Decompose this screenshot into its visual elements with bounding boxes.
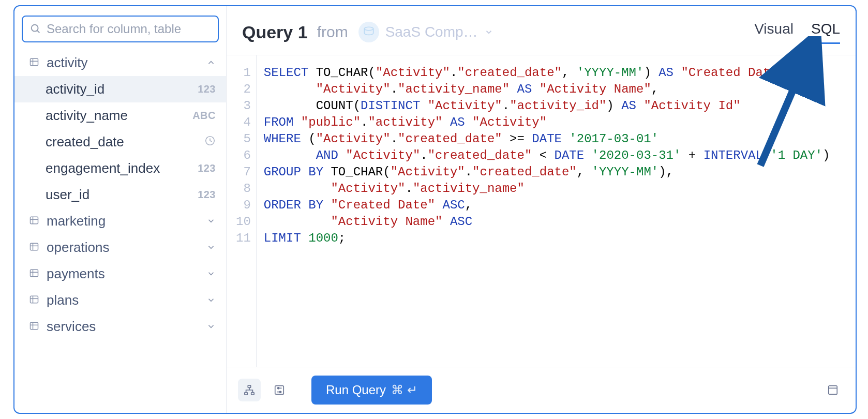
svg-rect-30 [829,386,837,395]
chevron-up-icon [206,55,216,71]
table-icon [29,292,39,308]
column-row-engagement_index[interactable]: engagement_index123 [14,155,226,182]
table-name: services [47,319,206,335]
table-row-operations[interactable]: operations [14,234,226,261]
svg-rect-22 [248,385,251,388]
table-name: plans [47,292,206,308]
sliders-icon [274,384,285,396]
tab-visual[interactable]: Visual [754,21,794,44]
run-query-button[interactable]: Run Query ⌘ ↵ [311,376,432,405]
table-icon [29,266,39,282]
chevron-down-icon [206,213,216,229]
main-panel: Query 1 from SaaS Comp… Visual SQL 12345… [227,6,856,413]
query-title[interactable]: Query 1 [242,22,308,42]
schema-tree: activityactivity_id123activity_nameABCcr… [14,50,226,413]
type-badge: ABC [192,110,216,122]
type-badge: 123 [198,189,216,201]
table-row-marketing[interactable]: marketing [14,208,226,234]
chevron-down-icon [206,240,216,256]
chevron-down-icon [484,27,493,37]
line-gutter: 1234567891011 [227,55,257,367]
sql-editor[interactable]: 1234567891011 SELECT TO_CHAR("Activity".… [227,55,856,367]
datasource-selector[interactable]: SaaS Comp… [357,19,495,46]
table-name: operations [47,240,206,256]
chevron-down-icon [206,292,216,308]
table-name: activity [47,55,206,71]
svg-rect-6 [31,217,38,223]
table-icon [29,213,39,229]
chevron-down-icon [206,266,216,282]
table-icon [29,55,39,71]
search-box[interactable] [22,16,219,42]
table-row-activity[interactable]: activity [14,50,226,76]
query-header: Query 1 from SaaS Comp… Visual SQL [227,6,856,55]
table-row-payments[interactable]: payments [14,261,226,287]
svg-rect-12 [31,270,38,276]
panel-icon [827,384,839,396]
from-label: from [317,23,348,41]
clock-icon [204,134,216,150]
svg-rect-15 [31,296,38,303]
column-row-activity_name[interactable]: activity_nameABC [14,102,226,129]
svg-rect-18 [31,322,38,329]
table-name: marketing [47,213,206,229]
tab-sql[interactable]: SQL [811,21,840,44]
run-query-label: Run Query [326,383,386,397]
app-frame: activityactivity_id123activity_nameABCcr… [13,5,857,414]
column-row-activity_id[interactable]: activity_id123 [14,76,226,102]
layout-toggle-button[interactable] [821,379,844,401]
svg-rect-23 [245,393,248,395]
column-row-user_id[interactable]: user_id123 [14,182,226,208]
svg-point-28 [278,387,279,389]
svg-point-29 [279,391,281,393]
svg-rect-9 [31,243,38,250]
column-name: created_date [46,134,204,150]
schema-sidebar: activityactivity_id123activity_nameABCcr… [14,6,227,413]
column-name: activity_name [46,108,192,124]
settings-toggle-button[interactable] [268,379,291,401]
svg-rect-24 [251,393,255,395]
svg-rect-2 [31,58,38,65]
search-icon [30,23,41,35]
svg-point-0 [32,25,38,32]
search-input[interactable] [47,22,211,36]
editor-footer: Run Query ⌘ ↵ [227,367,856,413]
type-badge: 123 [198,162,216,174]
table-icon [29,319,39,335]
table-row-services[interactable]: services [14,313,226,340]
column-name: activity_id [46,81,198,97]
column-name: engagement_index [46,160,198,176]
svg-point-21 [364,27,373,31]
datasource-name: SaaS Comp… [385,24,478,40]
view-tabs: Visual SQL [754,21,840,44]
schema-toggle-button[interactable] [238,379,261,401]
svg-line-1 [37,31,40,33]
column-row-created_date[interactable]: created_date [14,129,226,155]
column-name: user_id [46,187,198,203]
svg-rect-25 [275,386,284,395]
table-row-plans[interactable]: plans [14,287,226,313]
table-icon [29,240,39,256]
tree-icon [244,384,255,396]
table-name: payments [47,266,206,282]
run-query-shortcut: ⌘ ↵ [391,383,417,397]
postgres-icon [358,22,379,42]
type-badge: 123 [198,83,216,95]
chevron-down-icon [206,319,216,335]
sql-code[interactable]: SELECT TO_CHAR("Activity"."created_date"… [257,55,856,367]
